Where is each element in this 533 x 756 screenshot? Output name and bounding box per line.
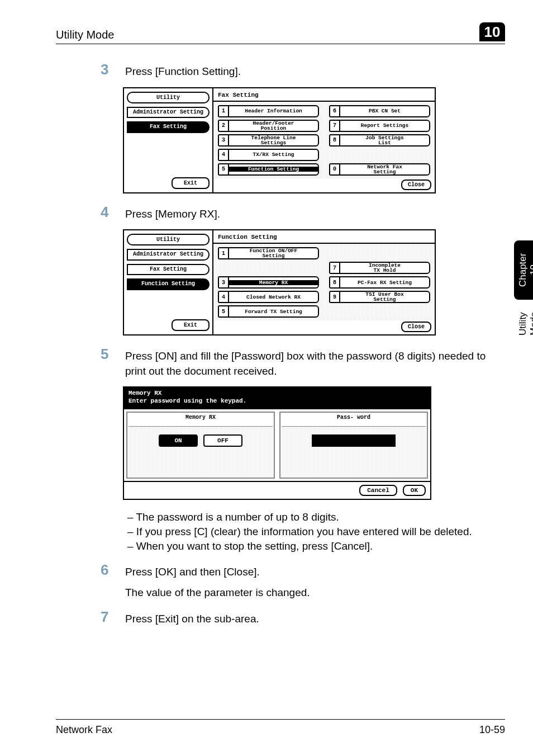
panel-title: Memory RX [129,390,426,397]
close-button[interactable]: Close [401,322,431,332]
step-number: 4 [101,204,112,222]
on-button[interactable]: ON [159,434,198,447]
step-7: 7 Press [Exit] on the sub-area. [101,608,505,627]
chapter-tab: Chapter 10 [514,240,533,300]
btn-func-onoff[interactable]: 1Function ON/OFF Setting [218,247,319,259]
btn-header-info[interactable]: 1Header Information [218,105,319,117]
left-label: Memory RX [129,413,273,427]
btn-forward-tx[interactable]: 5Forward TX Setting [218,305,319,318]
step-4: 4 Press [Memory RX]. [101,204,505,222]
panel-title: Function Setting [213,230,435,244]
sidebar-item-function[interactable]: Function Setting [127,278,210,290]
password-input[interactable] [312,434,396,447]
sidebar-item-fax[interactable]: Fax Setting [127,121,210,133]
exit-button[interactable]: Exit [172,319,210,331]
off-button[interactable]: OFF [203,434,242,447]
panel-title: Fax Setting [213,88,435,102]
sidebar-title: Utility [127,234,210,245]
sidebar-title: Utility [127,92,210,103]
mode-tab: Utility Mode [514,300,533,358]
right-label: Pass- word [282,413,426,427]
section-title: Utility Mode [56,29,114,41]
sidebar-item-fax[interactable]: Fax Setting [127,264,210,276]
bullet-item: The password is a number of up to 8 digi… [127,510,505,525]
panel-header: Memory RX Enter password using the keypa… [124,388,430,408]
function-setting-panel: Utility Administrator Setting Fax Settin… [123,229,436,336]
sidebar-item-admin[interactable]: Administrator Setting [127,249,210,261]
step-number: 7 [101,608,112,627]
step-text: Press [ON] and fill the [Password] box w… [125,346,505,379]
bullet-item: When you want to stop the setting, press… [127,539,505,554]
btn-network-fax[interactable]: 0Network Fax Setting [329,163,430,176]
chapter-badge: 10 [479,22,505,41]
step-text: Press [Memory RX]. [125,204,505,222]
btn-function-setting[interactable]: 5Function Setting [218,163,319,176]
btn-closed-network[interactable]: 4Closed Network RX [218,291,319,303]
step-6: 6 Press [OK] and then [Close]. The value… [101,561,505,600]
btn-header-footer[interactable]: 2Header/Footer Position [218,120,319,132]
step-5: 5 Press [ON] and fill the [Password] box… [101,346,505,379]
step-text: Press [Exit] on the sub-area. [125,608,505,627]
footer-left: Network Fax [56,724,112,736]
btn-pc-fax-rx[interactable]: 8PC-Fax RX Setting [329,276,430,289]
memory-rx-panel: Memory RX Enter password using the keypa… [123,386,431,499]
btn-memory-rx[interactable]: 3Memory RX [218,276,319,289]
btn-tsi-user-box[interactable]: 9TSI User Box Setting [329,291,430,303]
btn-tel-line[interactable]: 3Telephone Line Settings [218,134,319,147]
footer-right: 10-59 [479,724,505,736]
btn-txrx[interactable]: 4TX/RX Setting [218,149,319,161]
fax-setting-panel: Utility Administrator Setting Fax Settin… [123,87,436,193]
cancel-button[interactable]: Cancel [359,485,397,496]
step-3: 3 Press [Function Setting]. [101,61,505,79]
panel-prompt: Enter password using the keypad. [129,398,426,405]
btn-job-settings[interactable]: 8Job Settings List [329,134,430,147]
side-tab: Chapter 10 Utility Mode [514,240,533,358]
step-number: 3 [101,61,112,79]
step-number: 5 [101,346,112,379]
sidebar-item-admin[interactable]: Administrator Setting [127,107,210,119]
btn-pbx[interactable]: 6PBX CN Set [329,105,430,117]
exit-button[interactable]: Exit [172,177,210,189]
bullet-item: If you press [C] (clear) the information… [127,525,505,539]
step-number: 6 [101,561,112,600]
step-text: Press [OK] and then [Close]. The value o… [125,561,505,600]
close-button[interactable]: Close [401,179,431,190]
step-text: Press [Function Setting]. [125,61,505,79]
ok-button[interactable]: OK [403,485,426,496]
step-subtext: The value of the parameter is changed. [125,585,505,601]
bullet-list: The password is a number of up to 8 digi… [101,510,505,554]
btn-incomplete-tx[interactable]: 7Incomplete TX Hold [329,262,430,274]
btn-report[interactable]: 7Report Settings [329,120,430,132]
